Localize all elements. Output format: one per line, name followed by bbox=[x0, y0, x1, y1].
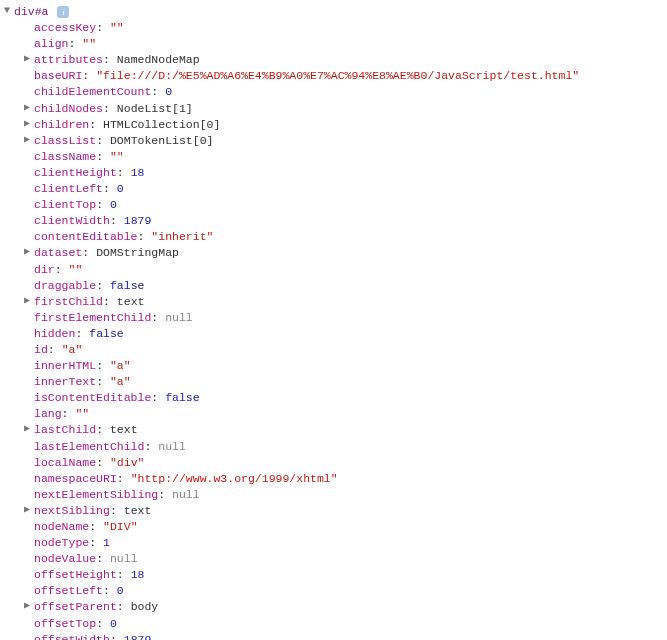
colon-separator: : bbox=[117, 600, 131, 613]
property-value: "a" bbox=[110, 359, 131, 372]
property-name: clientWidth bbox=[34, 214, 110, 227]
property-row[interactable]: offsetWidth: 1879 bbox=[0, 632, 667, 640]
property-value: null bbox=[165, 311, 193, 324]
property-row[interactable]: namespaceURI: "http://www.w3.org/1999/xh… bbox=[0, 471, 667, 487]
property-row[interactable]: childElementCount: 0 bbox=[0, 84, 667, 100]
property-value: 0 bbox=[110, 198, 117, 211]
property-row[interactable]: ▶classList: DOMTokenList[0] bbox=[0, 133, 667, 149]
colon-separator: : bbox=[151, 311, 165, 324]
property-value: "div" bbox=[110, 456, 145, 469]
property-name: innerText bbox=[34, 375, 96, 388]
expand-arrow-icon[interactable]: ▶ bbox=[24, 133, 34, 147]
colon-separator: : bbox=[96, 375, 110, 388]
property-value: "a" bbox=[62, 343, 83, 356]
property-row[interactable]: ▶nextSibling: text bbox=[0, 503, 667, 519]
colon-separator: : bbox=[96, 279, 110, 292]
property-row[interactable]: isContentEditable: false bbox=[0, 390, 667, 406]
property-name: childNodes bbox=[34, 102, 103, 115]
property-row[interactable]: lang: "" bbox=[0, 406, 667, 422]
object-summary: div#a bbox=[14, 5, 49, 18]
property-row[interactable]: innerHTML: "a" bbox=[0, 358, 667, 374]
property-name: children bbox=[34, 118, 89, 131]
colon-separator: : bbox=[103, 102, 117, 115]
info-icon[interactable]: i bbox=[57, 6, 69, 18]
property-value: 0 bbox=[165, 85, 172, 98]
property-value: 0 bbox=[117, 584, 124, 597]
colon-separator: : bbox=[110, 504, 124, 517]
expand-arrow-icon[interactable]: ▶ bbox=[24, 422, 34, 436]
property-row[interactable]: offsetTop: 0 bbox=[0, 616, 667, 632]
property-value: false bbox=[165, 391, 200, 404]
property-row[interactable]: draggable: false bbox=[0, 278, 667, 294]
property-name: accessKey bbox=[34, 21, 96, 34]
property-name: isContentEditable bbox=[34, 391, 151, 404]
property-row[interactable]: firstElementChild: null bbox=[0, 310, 667, 326]
property-value: NodeList[1] bbox=[117, 102, 193, 115]
property-value: 0 bbox=[110, 617, 117, 630]
expand-arrow-icon[interactable]: ▶ bbox=[24, 117, 34, 131]
property-row[interactable]: hidden: false bbox=[0, 326, 667, 342]
property-name: firstElementChild bbox=[34, 311, 151, 324]
property-name: id bbox=[34, 343, 48, 356]
property-row[interactable]: ▶offsetParent: body bbox=[0, 599, 667, 615]
colon-separator: : bbox=[96, 552, 110, 565]
property-row[interactable]: nodeValue: null bbox=[0, 551, 667, 567]
property-name: lastChild bbox=[34, 423, 96, 436]
property-name: attributes bbox=[34, 53, 103, 66]
property-row[interactable]: className: "" bbox=[0, 149, 667, 165]
expand-arrow-icon[interactable]: ▶ bbox=[24, 294, 34, 308]
expand-arrow-icon[interactable]: ▶ bbox=[24, 599, 34, 613]
property-value: text bbox=[110, 423, 138, 436]
property-row[interactable]: clientWidth: 1879 bbox=[0, 213, 667, 229]
property-row[interactable]: dir: "" bbox=[0, 262, 667, 278]
property-name: nodeValue bbox=[34, 552, 96, 565]
colon-separator: : bbox=[117, 166, 131, 179]
property-row[interactable]: ▶childNodes: NodeList[1] bbox=[0, 101, 667, 117]
property-row[interactable]: clientHeight: 18 bbox=[0, 165, 667, 181]
property-value: DOMTokenList[0] bbox=[110, 134, 214, 147]
property-name: namespaceURI bbox=[34, 472, 117, 485]
expand-arrow-icon[interactable]: ▶ bbox=[24, 245, 34, 259]
property-row[interactable]: id: "a" bbox=[0, 342, 667, 358]
colon-separator: : bbox=[96, 359, 110, 372]
colon-separator: : bbox=[110, 214, 124, 227]
property-row[interactable]: baseURI: "file:///D:/%E5%AD%A6%E4%B9%A0%… bbox=[0, 68, 667, 84]
property-value: null bbox=[158, 440, 186, 453]
property-row[interactable]: nextElementSibling: null bbox=[0, 487, 667, 503]
colon-separator: : bbox=[96, 134, 110, 147]
expand-arrow-icon[interactable]: ▼ bbox=[4, 4, 14, 18]
property-row[interactable]: accessKey: "" bbox=[0, 20, 667, 36]
property-name: offsetParent bbox=[34, 600, 117, 613]
property-row[interactable]: ▶lastChild: text bbox=[0, 422, 667, 438]
property-row[interactable]: clientLeft: 0 bbox=[0, 181, 667, 197]
property-row[interactable]: nodeName: "DIV" bbox=[0, 519, 667, 535]
property-row[interactable]: clientTop: 0 bbox=[0, 197, 667, 213]
colon-separator: : bbox=[96, 617, 110, 630]
property-name: localName bbox=[34, 456, 96, 469]
property-name: clientTop bbox=[34, 198, 96, 211]
property-row[interactable]: offsetHeight: 18 bbox=[0, 567, 667, 583]
property-row[interactable]: offsetLeft: 0 bbox=[0, 583, 667, 599]
object-header[interactable]: ▼div#a i bbox=[0, 4, 667, 20]
property-row[interactable]: lastElementChild: null bbox=[0, 439, 667, 455]
property-value: null bbox=[110, 552, 138, 565]
colon-separator: : bbox=[69, 37, 83, 50]
property-row[interactable]: contentEditable: "inherit" bbox=[0, 229, 667, 245]
property-row[interactable]: ▶dataset: DOMStringMap bbox=[0, 245, 667, 261]
property-name: clientHeight bbox=[34, 166, 117, 179]
property-value: 18 bbox=[131, 568, 145, 581]
property-row[interactable]: ▶attributes: NamedNodeMap bbox=[0, 52, 667, 68]
property-row[interactable]: align: "" bbox=[0, 36, 667, 52]
colon-separator: : bbox=[96, 456, 110, 469]
expand-arrow-icon[interactable]: ▶ bbox=[24, 52, 34, 66]
property-row[interactable]: localName: "div" bbox=[0, 455, 667, 471]
property-row[interactable]: nodeType: 1 bbox=[0, 535, 667, 551]
property-row[interactable]: ▶firstChild: text bbox=[0, 294, 667, 310]
property-row[interactable]: ▶children: HTMLCollection[0] bbox=[0, 117, 667, 133]
property-value: "" bbox=[75, 407, 89, 420]
expand-arrow-icon[interactable]: ▶ bbox=[24, 101, 34, 115]
property-row[interactable]: innerText: "a" bbox=[0, 374, 667, 390]
expand-arrow-icon[interactable]: ▶ bbox=[24, 503, 34, 517]
colon-separator: : bbox=[103, 182, 117, 195]
property-value: false bbox=[89, 327, 124, 340]
